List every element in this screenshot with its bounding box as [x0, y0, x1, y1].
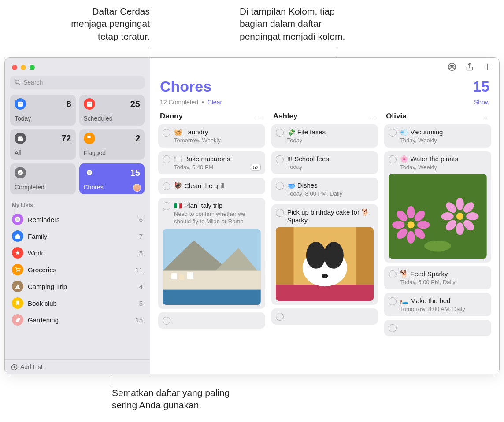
- add-icon[interactable]: [482, 62, 492, 72]
- reminder-title: 🦃 Clean the grill: [174, 182, 261, 190]
- callout-top-left: Daftar Cerdas menjaga pengingat tetap te…: [35, 5, 150, 43]
- reminder-image: [163, 229, 261, 305]
- reminder-card[interactable]: 🍽️ Bake macaronsToday, 5:40 PM52: [158, 151, 265, 174]
- complete-checkbox[interactable]: [276, 155, 284, 163]
- svg-rect-20: [187, 272, 193, 279]
- collaboration-icon[interactable]: [447, 62, 457, 72]
- smart-list-all[interactable]: 72All: [10, 129, 76, 160]
- complete-checkbox[interactable]: [163, 155, 170, 163]
- complete-checkbox[interactable]: [389, 129, 397, 137]
- reminder-subtitle: Today, 8:00 PM, Daily: [287, 190, 374, 197]
- calendar-icon: [84, 98, 95, 110]
- list-gardening[interactable]: Gardening15: [10, 311, 145, 328]
- new-reminder-card[interactable]: [158, 312, 265, 329]
- reminder-card[interactable]: 🛏️ Make the bedTomorrow, 8:00 AM, Daily: [384, 293, 491, 316]
- list-count: 4: [139, 283, 143, 290]
- svg-point-26: [324, 242, 344, 269]
- complete-checkbox[interactable]: [276, 182, 284, 190]
- new-reminder-card[interactable]: [271, 308, 378, 325]
- complete-checkbox[interactable]: [163, 202, 170, 210]
- svg-rect-0: [18, 102, 23, 107]
- reminder-subtitle: Today, Weekly: [400, 137, 487, 144]
- list-work[interactable]: Work5: [10, 244, 145, 261]
- complete-checkbox[interactable]: [389, 155, 397, 163]
- reminder-card[interactable]: 💨 VacuumingToday, Weekly: [384, 124, 491, 148]
- new-reminder-card[interactable]: [384, 320, 491, 336]
- smart-label: Chores: [84, 184, 141, 191]
- smart-list-today[interactable]: 8Today: [10, 95, 76, 126]
- close-icon[interactable]: [12, 65, 17, 70]
- svg-point-45: [441, 212, 454, 220]
- smart-list-chores[interactable]: 15Chores: [79, 163, 145, 194]
- reminder-subtitle: Today: [287, 163, 374, 170]
- complete-checkbox[interactable]: [389, 270, 397, 278]
- add-list-button[interactable]: Add List: [5, 359, 150, 374]
- reminder-title: 🐕 Feed Sparky: [400, 270, 487, 278]
- reminder-card[interactable]: 🐕 Feed SparkyToday, 5:00 PM, Daily: [384, 266, 491, 289]
- complete-checkbox[interactable]: [276, 209, 284, 217]
- reminder-card[interactable]: 🇮🇹 Plan Italy tripNeed to confirm whethe…: [158, 198, 265, 309]
- list-book-club[interactable]: Book club5: [10, 295, 145, 311]
- star-icon: [12, 247, 23, 259]
- callout-bottom: Sematkan daftar yang paling sering Anda …: [112, 387, 279, 412]
- list-groceries[interactable]: Groceries11: [10, 261, 145, 278]
- svg-point-41: [466, 212, 478, 220]
- flag-icon: [84, 133, 95, 144]
- column-more-button[interactable]: …: [256, 112, 263, 120]
- svg-point-11: [450, 65, 452, 67]
- svg-rect-2: [87, 102, 92, 107]
- reminder-card[interactable]: Pick up birthday cake for 🐕 Sparky: [271, 204, 378, 305]
- plus-circle-icon: [11, 364, 18, 370]
- smart-list-scheduled[interactable]: 25Scheduled: [79, 95, 145, 126]
- reminder-subtitle: Today, 5:00 PM, Daily: [400, 279, 487, 285]
- smart-count: 8: [66, 99, 71, 109]
- column-more-button[interactable]: …: [369, 112, 376, 120]
- smart-list-flagged[interactable]: 2Flagged: [79, 129, 145, 160]
- reminder-note: Need to confirm whether we should fly to…: [174, 211, 261, 226]
- reminder-card[interactable]: 💸 File taxesToday: [271, 124, 378, 148]
- list-camping-trip[interactable]: Camping Trip4: [10, 278, 145, 295]
- complete-checkbox[interactable]: [276, 313, 284, 321]
- svg-rect-23: [276, 285, 374, 301]
- complete-checkbox[interactable]: [163, 182, 170, 190]
- completed-count: 12 Completed: [160, 99, 198, 106]
- reminder-card[interactable]: 🥣 DishesToday, 8:00 PM, Daily: [271, 178, 378, 201]
- complete-checkbox[interactable]: [163, 317, 170, 325]
- share-icon[interactable]: [465, 62, 474, 72]
- minimize-icon[interactable]: [21, 65, 26, 70]
- svg-point-4: [18, 170, 23, 175]
- window-controls[interactable]: [10, 63, 145, 76]
- search-input[interactable]: Search: [10, 76, 145, 89]
- svg-rect-17: [163, 289, 261, 304]
- complete-checkbox[interactable]: [389, 297, 397, 305]
- complete-checkbox[interactable]: [389, 324, 397, 332]
- svg-point-28: [328, 263, 332, 268]
- reminder-card[interactable]: !!! School feesToday: [271, 151, 378, 174]
- list-reminders[interactable]: Reminders6: [10, 211, 145, 228]
- svg-rect-1: [19, 103, 22, 103]
- list-count: 7: [139, 233, 143, 240]
- reminder-card[interactable]: 🧺 LaundryTomorrow, Weekly: [158, 124, 265, 148]
- svg-point-37: [392, 221, 404, 229]
- column-more-button[interactable]: …: [482, 112, 489, 120]
- sidebar: Search 8Today25Scheduled72All2FlaggedCom…: [5, 58, 150, 374]
- clear-button[interactable]: Clear: [208, 99, 222, 106]
- complete-checkbox[interactable]: [276, 129, 284, 137]
- list-family[interactable]: Family7: [10, 228, 145, 244]
- reminder-subtitle: Today, Weekly: [400, 164, 487, 170]
- smart-count: 25: [130, 99, 140, 109]
- complete-checkbox[interactable]: [163, 129, 170, 137]
- svg-rect-18: [171, 273, 177, 279]
- zoom-icon[interactable]: [30, 65, 35, 70]
- show-button[interactable]: Show: [474, 99, 489, 106]
- column-title: Danny: [160, 112, 183, 121]
- app-window: Search 8Today25Scheduled72All2FlaggedCom…: [4, 57, 500, 374]
- count-badge: 52: [251, 164, 260, 171]
- list-name: Reminders: [28, 216, 60, 223]
- list-name: Groceries: [28, 266, 56, 274]
- smart-list-completed[interactable]: Completed: [10, 163, 76, 194]
- reminder-card[interactable]: 🌸 Water the plantsToday, Weekly: [384, 151, 491, 263]
- reminder-card[interactable]: 🦃 Clean the grill: [158, 178, 265, 194]
- reminder-subtitle: Today, 5:40 PM: [174, 164, 261, 170]
- shared-avatar: [133, 184, 141, 192]
